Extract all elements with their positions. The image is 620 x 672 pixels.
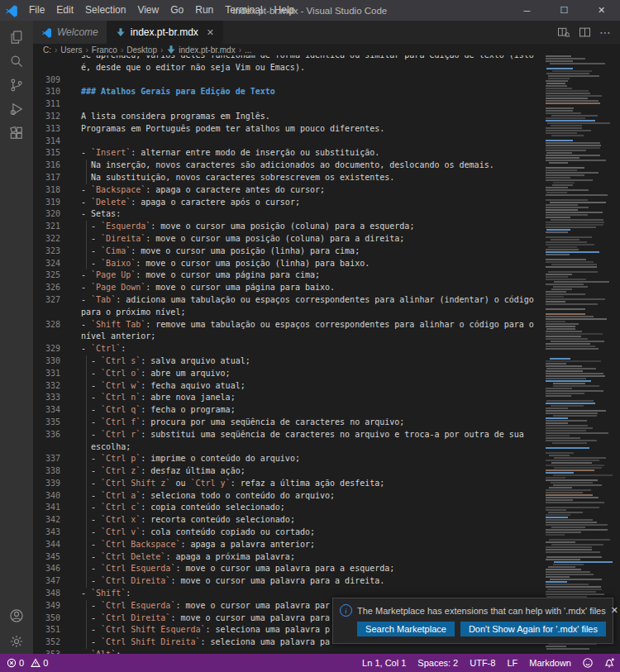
- maximize-window-button[interactable]: ☐: [546, 0, 583, 21]
- line-number: 339: [33, 478, 60, 490]
- menu-go[interactable]: Go: [165, 0, 189, 21]
- run-debug-icon[interactable]: [0, 97, 33, 121]
- close-window-button[interactable]: ✕: [583, 0, 620, 21]
- editor-row[interactable]: 346 - `Ctrl Esquerda`: move o cursor uma…: [33, 563, 620, 575]
- status-lf[interactable]: LF: [501, 658, 523, 668]
- editor-row[interactable]: 320- Setas:: [33, 208, 620, 221]
- editor-row[interactable]: 338 - `Ctrl z`: desfaz última ação;: [33, 465, 620, 478]
- line-number: 352: [33, 636, 60, 649]
- editor-row[interactable]: escolha;: [33, 441, 620, 454]
- status-spaces-2[interactable]: Spaces: 2: [412, 658, 464, 668]
- editor-row[interactable]: 327- `Tab`: adiciona uma tabulação ou es…: [33, 294, 620, 307]
- extensions-icon[interactable]: [0, 121, 33, 145]
- editor-scrollbar[interactable]: [613, 55, 620, 654]
- editor-row[interactable]: 312A lista considera programas em Inglês…: [33, 111, 620, 123]
- editor-row[interactable]: 335 - `Ctrl f`: procura por uma seqüênci…: [33, 417, 620, 429]
- editor-row[interactable]: para o próximo nível;: [33, 307, 620, 319]
- editor-row[interactable]: 315- `Insert`: alternar entre modo de in…: [33, 147, 620, 160]
- problems-indicator[interactable]: 0 0: [0, 658, 52, 668]
- editor-row[interactable]: 331 - `Ctrl o`: abre um arquivo;: [33, 368, 620, 380]
- breadcrumb-item[interactable]: C:: [41, 45, 53, 55]
- bell-icon[interactable]: [599, 657, 620, 669]
- editor-row[interactable]: 317 Na substituição, novos caracteres so…: [33, 172, 620, 184]
- status-markdown[interactable]: Markdown: [523, 658, 577, 668]
- editor-row[interactable]: 337 - `Ctrl p`: imprime o conteúdo do ar…: [33, 453, 620, 465]
- editor-row[interactable]: 333 - `Ctrl n`: abre nova janela;: [33, 392, 620, 404]
- editor-pane[interactable]: se aprendeu, vários deles funcionam de f…: [33, 55, 620, 654]
- menu-selection[interactable]: Selection: [79, 0, 131, 21]
- editor-row[interactable]: 347 - `Ctrl Direita`: move o cursor uma …: [33, 575, 620, 588]
- line-number: 336: [33, 429, 60, 441]
- editor-row[interactable]: 342 - `Ctrl x`: recorta conteúdo selecio…: [33, 514, 620, 527]
- line-number: 324: [33, 258, 60, 270]
- editor-row[interactable]: se aprendeu, vários deles funcionam de f…: [33, 55, 620, 62]
- editor-row[interactable]: 314: [33, 136, 620, 148]
- editor-row[interactable]: 328- `Shift Tab`: remove uma tabulação o…: [33, 319, 620, 331]
- editor-row[interactable]: 321 - `Esquerda`: move o cursor uma posi…: [33, 221, 620, 233]
- breadcrumb-item[interactable]: ...: [243, 45, 253, 55]
- editor-row[interactable]: é, desde que o editor não seja Vim ou Em…: [33, 62, 620, 74]
- tab-welcome[interactable]: Welcome: [33, 21, 107, 44]
- status-utf-8[interactable]: UTF-8: [464, 658, 501, 668]
- account-icon[interactable]: [0, 603, 33, 628]
- open-preview-icon[interactable]: [557, 26, 570, 38]
- editor-row[interactable]: 339 - `Ctrl Shift z` ou `Ctrl y`: refaz …: [33, 478, 620, 490]
- breadcrumb-separator: ›: [53, 45, 59, 55]
- editor-row[interactable]: 341 - `Ctrl c`: copia conteúdo seleciona…: [33, 502, 620, 514]
- breadcrumb-item[interactable]: Users: [59, 45, 83, 55]
- editor-row[interactable]: nível anterior;: [33, 331, 620, 343]
- search-icon[interactable]: [0, 49, 33, 73]
- editor-row[interactable]: 323 - `Cima`: move o cursor uma posição …: [33, 245, 620, 258]
- menu-edit[interactable]: Edit: [50, 0, 79, 21]
- editor-row[interactable]: 340 - `Ctrl a`: seleciona todo o conteúd…: [33, 490, 620, 503]
- status-ln-1-col-1[interactable]: Ln 1, Col 1: [356, 658, 412, 668]
- editor-row[interactable]: 343 - `Ctrl v`: cola conteúdo copiado ou…: [33, 527, 620, 539]
- code-text: - `Ctrl Esquerda`: move o cursor uma pal…: [81, 563, 394, 575]
- menu-run[interactable]: Run: [189, 0, 219, 21]
- breadcrumb-item[interactable]: index.pt-br.mdx: [165, 45, 236, 55]
- editor-row[interactable]: 329- `Ctrl`:: [33, 343, 620, 355]
- editor-row[interactable]: 316 Na inserção, novos caracteres são ad…: [33, 160, 620, 172]
- editor-row[interactable]: 319- `Delete`: apaga o caractere após o …: [33, 197, 620, 209]
- settings-icon[interactable]: [0, 628, 33, 654]
- minimap[interactable]: [544, 55, 613, 654]
- editor-row[interactable]: 309: [33, 74, 620, 87]
- editor-row[interactable]: 325- `Page Up`: move o cursor uma página…: [33, 269, 620, 282]
- editor-row[interactable]: 310### Atalhos Gerais para Edição de Tex…: [33, 86, 620, 98]
- editor-row[interactable]: 336 - `Ctrl r`: substitui uma seqüência …: [33, 429, 620, 441]
- close-tab-icon[interactable]: ✕: [207, 27, 214, 38]
- editor-row[interactable]: 322 - `Direita`: move o cursor uma posiç…: [33, 233, 620, 245]
- line-number: 312: [33, 111, 60, 123]
- don-t-show-again-for-mdx-files-button[interactable]: Don't Show Again for '.mdx' files: [460, 622, 606, 636]
- more-actions-icon[interactable]: ⋯: [599, 26, 612, 39]
- notification-buttons: Search MarketplaceDon't Show Again for '…: [357, 622, 606, 636]
- split-editor-icon[interactable]: [579, 26, 591, 38]
- notification-close-icon[interactable]: ✕: [611, 605, 618, 616]
- editor-row[interactable]: 324 - `Baixo`: move o cursor uma posição…: [33, 258, 620, 270]
- minimize-window-button[interactable]: ─: [508, 0, 546, 21]
- code-text: - `Ctrl a`: seleciona todo o conteúdo do…: [81, 490, 335, 503]
- line-number: 309: [33, 74, 60, 87]
- editor-row[interactable]: 345 - `Ctrl Delete`: apaga a próxima pal…: [33, 551, 620, 564]
- code-text: - `Ctrl Shift Esquerda`: seleciona uma p…: [81, 624, 330, 636]
- editor-row[interactable]: 334 - `Ctrl q`: fecha o programa;: [33, 404, 620, 417]
- line-number: 323: [33, 245, 60, 258]
- feedback-icon[interactable]: [577, 657, 599, 669]
- source-control-icon[interactable]: [0, 73, 33, 97]
- menu-file[interactable]: File: [23, 0, 50, 21]
- editor-lines: se aprendeu, vários deles funcionam de f…: [33, 55, 620, 654]
- breadcrumb-item[interactable]: Franco: [90, 45, 119, 55]
- editor-row[interactable]: 326- `Page Down`: move o cursor uma pági…: [33, 282, 620, 294]
- search-marketplace-button[interactable]: Search Marketplace: [357, 622, 455, 636]
- menu-view[interactable]: View: [131, 0, 165, 21]
- editor-row[interactable]: 330 - `Ctrl s`: salva arquivo atual;: [33, 355, 620, 368]
- editor-row[interactable]: 311: [33, 98, 620, 111]
- editor-row[interactable]: 344 - `Ctrl Backspace`: apaga a palavra …: [33, 539, 620, 551]
- explorer-icon[interactable]: [0, 25, 33, 49]
- editor-row[interactable]: 332 - `Ctrl w`: fecha aquivo atual;: [33, 380, 620, 393]
- window-title: index.pt-br.mdx - Visual Studio Code: [233, 6, 387, 16]
- breadcrumb-item[interactable]: Desktop: [125, 45, 159, 55]
- editor-row[interactable]: 318- `Backspace`: apaga o caractere ante…: [33, 184, 620, 197]
- tab-index-pt-br-mdx[interactable]: index.pt-br.mdx✕: [107, 21, 223, 44]
- editor-row[interactable]: 313Programas em Português podem ter atal…: [33, 123, 620, 136]
